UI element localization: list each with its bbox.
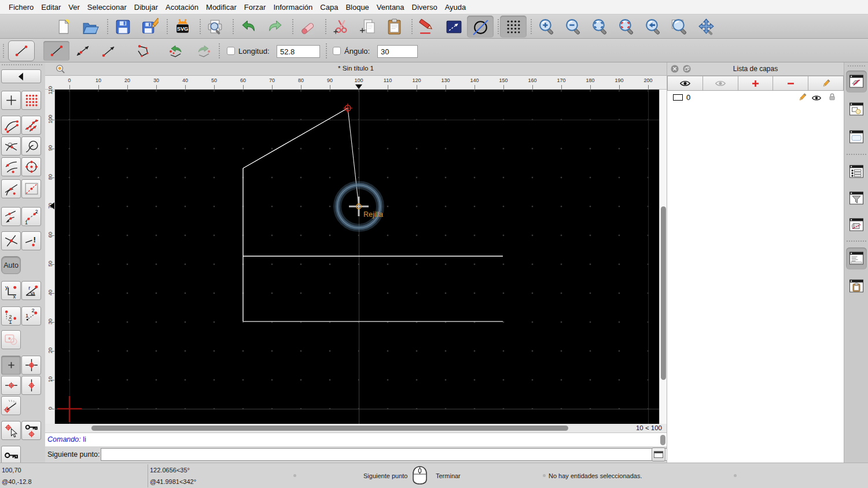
- snap-reference-button[interactable]: [21, 136, 41, 156]
- command-history-scrollbar[interactable]: [660, 435, 665, 445]
- command-history[interactable]: Comando: li: [45, 432, 667, 446]
- zoom-window-button[interactable]: [666, 16, 693, 38]
- dock-blocks-button[interactable]: [846, 98, 867, 120]
- dock-library-button[interactable]: [846, 126, 867, 148]
- show-all-eye-button[interactable]: [667, 76, 703, 91]
- layer-visibility-eye-icon[interactable]: [811, 94, 822, 101]
- restrict-horizontal-button[interactable]: [1, 376, 21, 395]
- snap-perpendicular-button[interactable]: [1, 136, 21, 156]
- snap-distance-12-button[interactable]: 12: [21, 207, 41, 226]
- redo-button[interactable]: [262, 16, 288, 38]
- horizontal-scrollbar[interactable]: 10 < 100: [55, 424, 667, 432]
- pick-coordinate-button[interactable]: [1, 421, 21, 440]
- menu-ayuda[interactable]: Ayuda: [445, 3, 466, 12]
- snap-tangent-button[interactable]: [1, 179, 21, 198]
- snap-middle-button[interactable]: [21, 179, 41, 198]
- zoom-auto-button[interactable]: [613, 16, 639, 38]
- vertical-scrollbar[interactable]: [659, 90, 667, 424]
- save-as-button[interactable]: [136, 16, 163, 38]
- zoom-out-button[interactable]: [560, 16, 586, 38]
- restrict-none-button[interactable]: [1, 356, 21, 375]
- add-layer-button[interactable]: [738, 76, 774, 91]
- restrict-angle-button[interactable]: [1, 396, 21, 415]
- snap-intersection-button[interactable]: [1, 231, 21, 250]
- snap-intersection-manual-button[interactable]: !: [21, 231, 41, 250]
- open-file-button[interactable]: [76, 16, 103, 38]
- menu-informacin[interactable]: Información: [273, 3, 312, 12]
- zoom-pan-button[interactable]: [693, 16, 719, 38]
- menu-editar[interactable]: Editar: [41, 3, 61, 12]
- dock-command-history-button[interactable]: [846, 247, 867, 269]
- coord-polar-button[interactable]: ra: [21, 281, 41, 300]
- menu-seleccionar[interactable]: Seleccionar: [87, 3, 127, 12]
- snap-distance-button[interactable]: [1, 207, 21, 226]
- snap-grid-button[interactable]: [21, 91, 41, 110]
- edit-layer-button[interactable]: [808, 76, 844, 91]
- menu-forzar[interactable]: Forzar: [244, 3, 266, 12]
- dock-properties-button[interactable]: [846, 161, 867, 183]
- zoom-previous-button[interactable]: [639, 16, 666, 38]
- menu-ventana[interactable]: Ventana: [377, 3, 404, 12]
- line-ray-button[interactable]: [95, 41, 122, 61]
- snap-center-button[interactable]: [21, 157, 41, 176]
- menu-fichero[interactable]: Fichero: [9, 3, 34, 12]
- length-checkbox[interactable]: [227, 47, 235, 55]
- dock-filter-button[interactable]: [846, 187, 867, 209]
- dock-clipboard-button[interactable]: [846, 275, 867, 297]
- polyline-redo-button[interactable]: [190, 41, 216, 61]
- current-tool-button[interactable]: [8, 40, 35, 61]
- horizontal-scrollbar-thumb[interactable]: [91, 426, 568, 431]
- grid-button[interactable]: [500, 16, 527, 38]
- polyline-button[interactable]: [130, 41, 156, 61]
- restrict-orthogonal-button[interactable]: [21, 356, 41, 375]
- line-2p-button[interactable]: [43, 41, 69, 61]
- new-file-button[interactable]: [50, 16, 76, 38]
- draw-order-button[interactable]: [467, 16, 494, 38]
- restrict-vertical-button[interactable]: [21, 376, 41, 395]
- palette-collapse-button[interactable]: [1, 69, 41, 83]
- layer-edit-pencil-icon[interactable]: [798, 93, 807, 102]
- layer-row[interactable]: 0: [667, 91, 844, 104]
- rel-cartesian-button[interactable]: 21: [1, 306, 21, 326]
- snap-endpoints-button[interactable]: [1, 116, 21, 135]
- selection-button[interactable]: [440, 16, 467, 38]
- remove-layer-button[interactable]: [773, 76, 808, 91]
- dock-pattern-button[interactable]: [846, 214, 867, 236]
- length-field[interactable]: 52.8: [277, 45, 320, 58]
- menu-bloque[interactable]: Bloque: [345, 3, 369, 12]
- angle-field[interactable]: 30: [377, 45, 418, 58]
- svg-export-button[interactable]: SVG: [169, 16, 196, 38]
- rel-polar-button[interactable]: 12: [21, 306, 41, 326]
- drawing-canvas[interactable]: Rejilla: [55, 90, 659, 424]
- polyline-undo-button[interactable]: [163, 41, 189, 61]
- menu-ver[interactable]: Ver: [68, 3, 80, 12]
- line-bidirectional-button[interactable]: [69, 41, 95, 61]
- snap-nearest-button[interactable]: [1, 157, 21, 176]
- snap-auto-button[interactable]: Auto: [1, 256, 21, 274]
- zoom-fit-button[interactable]: [586, 16, 613, 38]
- snap-onentity-button[interactable]: [21, 116, 41, 135]
- paste-button[interactable]: [381, 16, 407, 38]
- save-button[interactable]: [109, 16, 136, 38]
- snap-free-button[interactable]: [1, 91, 21, 110]
- restrict-off-button[interactable]: [1, 330, 21, 349]
- print-preview-button[interactable]: [202, 16, 229, 38]
- menu-acotacin[interactable]: Acotación: [165, 3, 198, 12]
- undo-button[interactable]: [235, 16, 262, 38]
- angle-checkbox[interactable]: [333, 47, 341, 55]
- lock-relative-zero-button[interactable]: [21, 421, 41, 440]
- hide-all-eye-button[interactable]: [703, 76, 738, 91]
- draw-pen-button[interactable]: [414, 16, 440, 38]
- command-window-button[interactable]: [652, 448, 665, 461]
- vertical-scrollbar-thumb[interactable]: [661, 206, 666, 380]
- menu-diverso[interactable]: Diverso: [412, 3, 437, 12]
- dock-layers-button[interactable]: [846, 71, 867, 93]
- delete-button[interactable]: [295, 16, 321, 38]
- cut-button[interactable]: [328, 16, 354, 38]
- command-input[interactable]: [101, 448, 694, 461]
- coord-cartesian-button[interactable]: yx: [1, 281, 21, 300]
- menu-capa[interactable]: Capa: [320, 3, 338, 12]
- copy-button[interactable]: [354, 16, 381, 38]
- menu-dibujar[interactable]: Dibujar: [134, 3, 158, 12]
- zoom-in-button[interactable]: [533, 16, 560, 38]
